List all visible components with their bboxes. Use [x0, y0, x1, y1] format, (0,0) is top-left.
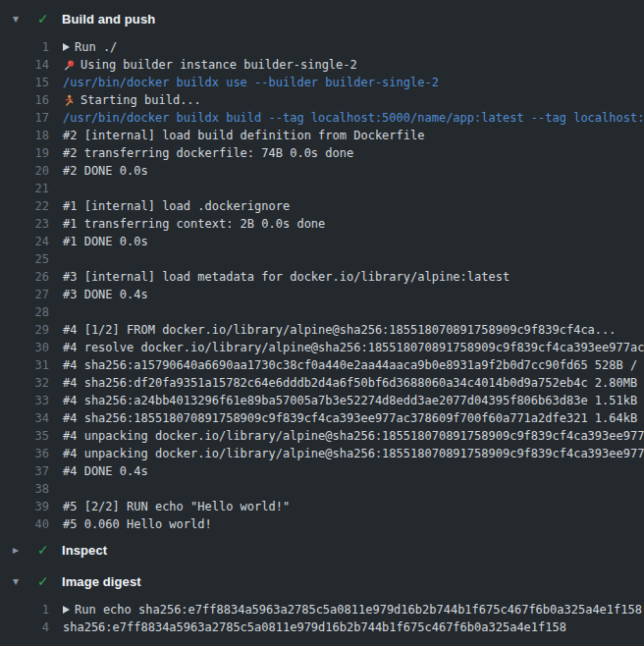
log-text: Run echo sha256:e7ff8834a5963a2785c5a081… [63, 601, 642, 619]
section-title: Image digest [62, 574, 141, 589]
section-header-build-and-push[interactable]: ▾✓Build and push [0, 6, 644, 31]
line-number[interactable]: 19 [0, 144, 49, 162]
log-line: 39#5 [2/2] RUN echo "Hello world!" [0, 498, 644, 515]
log-line: 22#1 [internal] load .dockerignore [0, 197, 644, 215]
log-line: 1Run ./ [0, 38, 644, 56]
log-line: 31#4 sha256:a15790640a6690aa1730c38cf0a4… [0, 356, 644, 374]
line-number[interactable]: 23 [0, 215, 49, 233]
line-number[interactable]: 1 [0, 601, 49, 619]
log-line: 4sha256:e7ff8834a5963a2785c5a0811e979d16… [0, 619, 644, 636]
log-block-build-and-push: 1Run ./14Using builder instance builder-… [0, 38, 644, 533]
log-text: #4 [1/2] FROM docker.io/library/alpine@s… [63, 321, 617, 339]
log-line: 24#1 DONE 0.0s [0, 233, 644, 250]
line-number[interactable]: 16 [0, 91, 49, 109]
line-number[interactable]: 35 [0, 427, 49, 445]
log-text: sha256:e7ff8834a5963a2785c5a0811e979d16b… [63, 619, 566, 636]
line-number[interactable]: 31 [0, 356, 49, 374]
chevron-right-icon[interactable]: ▸ [13, 543, 27, 557]
log-line: 27#3 DONE 0.4s [0, 286, 644, 303]
line-number[interactable]: 27 [0, 286, 49, 303]
log-text: /usr/bin/docker buildx build --tag local… [63, 109, 644, 127]
log-line: 26#3 [internal] load metadata for docker… [0, 268, 644, 286]
log-text: #1 transferring context: 2B 0.0s done [63, 215, 325, 233]
log-line: 1Run echo sha256:e7ff8834a5963a2785c5a08… [0, 601, 644, 619]
log-root: ▾✓Build and push1Run ./14Using builder i… [0, 6, 644, 636]
line-number[interactable]: 24 [0, 233, 49, 250]
check-icon: ✓ [37, 11, 53, 27]
line-number[interactable]: 4 [0, 619, 49, 636]
line-number[interactable]: 28 [0, 303, 49, 321]
log-line: 32#4 sha256:df20fa9351a15782c64e6dddb2d4… [0, 374, 644, 392]
log-text: #4 sha256:a15790640a6690aa1730c38cf0a440… [63, 356, 644, 374]
log-line: 40#5 0.060 Hello world! [0, 515, 644, 533]
line-number[interactable]: 33 [0, 392, 49, 409]
log-line: 15/usr/bin/docker buildx use --builder b… [0, 74, 644, 91]
chevron-down-icon[interactable]: ▾ [13, 12, 27, 26]
chevron-down-icon[interactable]: ▾ [13, 574, 27, 588]
log-text: #4 DONE 0.4s [63, 462, 148, 480]
check-icon: ✓ [37, 573, 53, 589]
line-number[interactable]: 14 [0, 56, 49, 74]
log-line: 34#4 sha256:185518070891758909c9f839cf4c… [0, 409, 644, 427]
section-title: Build and push [62, 12, 155, 27]
log-text: Run ./ [63, 38, 117, 56]
log-text: Using builder instance builder-single-2 [63, 56, 357, 74]
log-text: #4 sha256:185518070891758909c9f839cf4ca3… [63, 409, 644, 427]
log-text: #4 sha256:a24bb4013296f61e89ba57005a7b3e… [63, 392, 644, 409]
line-number[interactable]: 20 [0, 162, 49, 180]
log-line: 14Using builder instance builder-single-… [0, 56, 644, 74]
log-line: 29#4 [1/2] FROM docker.io/library/alpine… [0, 321, 644, 339]
log-line: 28 [0, 303, 644, 321]
line-number[interactable]: 26 [0, 268, 49, 286]
log-line: 25 [0, 250, 644, 268]
line-number[interactable]: 1 [0, 38, 49, 56]
line-number[interactable]: 30 [0, 339, 49, 356]
section-header-inspect[interactable]: ▸✓Inspect [0, 537, 644, 563]
line-number[interactable]: 21 [0, 180, 49, 197]
runner-icon [63, 94, 76, 107]
section-header-image-digest[interactable]: ▾✓Image digest [0, 568, 644, 594]
log-text: Starting build... [63, 91, 201, 109]
section-title: Inspect [62, 543, 107, 558]
line-number[interactable]: 32 [0, 374, 49, 392]
log-line: 20#2 DONE 0.0s [0, 162, 644, 180]
log-text: #4 resolve docker.io/library/alpine@sha2… [63, 339, 644, 356]
line-number[interactable]: 15 [0, 74, 49, 91]
line-number[interactable]: 37 [0, 462, 49, 480]
log-text: #4 unpacking docker.io/library/alpine@sh… [63, 445, 644, 462]
log-text: #5 [2/2] RUN echo "Hello world!" [63, 498, 290, 515]
line-number[interactable]: 18 [0, 127, 49, 144]
log-text: #1 [internal] load .dockerignore [63, 197, 290, 215]
check-icon: ✓ [37, 542, 53, 558]
log-text: #2 [internal] load build definition from… [63, 127, 424, 144]
line-number[interactable]: 17 [0, 109, 49, 127]
log-line: 19#2 transferring dockerfile: 74B 0.0s d… [0, 144, 644, 162]
log-text: #4 unpacking docker.io/library/alpine@sh… [63, 427, 644, 445]
log-line: 21 [0, 180, 644, 197]
pushpin-icon [63, 59, 76, 72]
log-block-image-digest: 1Run echo sha256:e7ff8834a5963a2785c5a08… [0, 601, 644, 636]
log-line: 36#4 unpacking docker.io/library/alpine@… [0, 445, 644, 462]
line-number[interactable]: 34 [0, 409, 49, 427]
line-number[interactable]: 39 [0, 498, 49, 515]
log-line: 16Starting build... [0, 91, 644, 109]
log-line: 23#1 transferring context: 2B 0.0s done [0, 215, 644, 233]
log-line: 35#4 unpacking docker.io/library/alpine@… [0, 427, 644, 445]
line-number[interactable]: 36 [0, 445, 49, 462]
line-number[interactable]: 25 [0, 250, 49, 268]
workflow-log-page: ▾✓Build and push1Run ./14Using builder i… [0, 0, 644, 646]
log-line: 38 [0, 480, 644, 498]
log-line: 33#4 sha256:a24bb4013296f61e89ba57005a7b… [0, 392, 644, 409]
line-number[interactable]: 22 [0, 197, 49, 215]
play-icon [63, 43, 70, 51]
log-line: 18#2 [internal] load build definition fr… [0, 127, 644, 144]
log-text: #4 sha256:df20fa9351a15782c64e6dddb2d4a6… [63, 374, 644, 392]
line-number[interactable]: 38 [0, 480, 49, 498]
log-line: 30#4 resolve docker.io/library/alpine@sh… [0, 339, 644, 356]
line-number[interactable]: 29 [0, 321, 49, 339]
log-line: 17/usr/bin/docker buildx build --tag loc… [0, 109, 644, 127]
line-number[interactable]: 40 [0, 515, 49, 533]
log-text: #3 [internal] load metadata for docker.i… [63, 268, 510, 286]
play-icon [63, 606, 70, 614]
log-text: #2 transferring dockerfile: 74B 0.0s don… [63, 144, 353, 162]
